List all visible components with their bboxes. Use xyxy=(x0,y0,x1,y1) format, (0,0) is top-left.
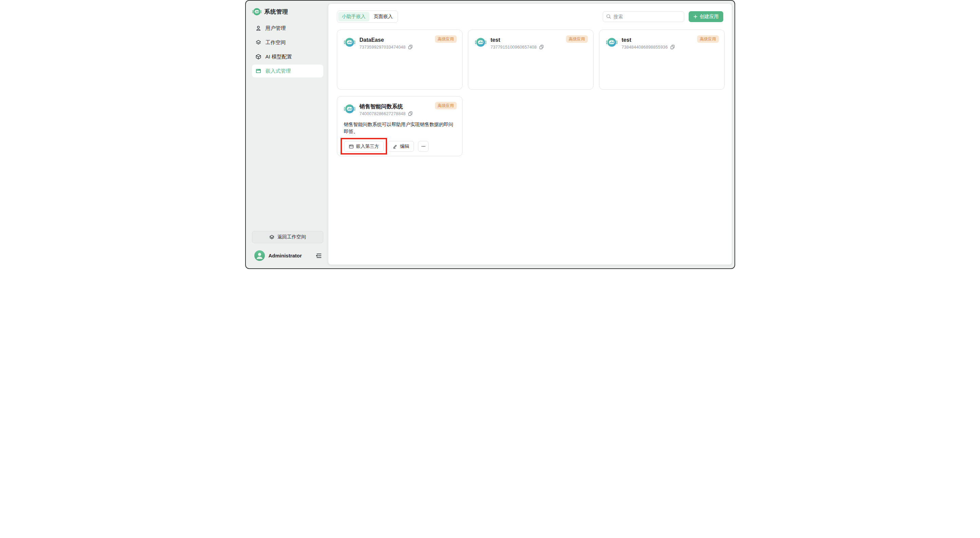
edit-icon xyxy=(393,144,398,149)
app-card-title: DataEase xyxy=(360,37,413,43)
highlighted-button-wrapper: 嵌入第三方 xyxy=(344,141,384,152)
edit-button[interactable]: 编辑 xyxy=(388,141,414,152)
tab-assistant-embed[interactable]: 小助手嵌入 xyxy=(338,12,369,21)
app-title: 系统管理 xyxy=(264,8,288,16)
app-logo-row: 系统管理 xyxy=(246,1,328,16)
ellipsis-icon xyxy=(421,144,426,149)
app-card-title: test xyxy=(622,37,675,43)
sidebar-item-user-management[interactable]: 用户管理 xyxy=(252,22,323,35)
app-level-badge: 高级应用 xyxy=(697,35,719,43)
sidebar-item-label: AI 模型配置 xyxy=(266,54,292,60)
app-avatar-icon xyxy=(606,37,617,48)
more-actions-button[interactable] xyxy=(418,141,428,152)
back-to-workspace-label: 返回工作空间 xyxy=(277,234,306,240)
edit-label: 编辑 xyxy=(400,143,409,150)
user-menu[interactable]: Administrator xyxy=(252,250,323,261)
create-app-button[interactable]: 创建应用 xyxy=(689,11,723,22)
toolbar-right: 创建应用 xyxy=(603,11,723,22)
sidebar-item-label: 工作空间 xyxy=(266,40,286,46)
copy-icon[interactable] xyxy=(670,45,675,49)
sidebar-bottom: 返回工作空间 Administrator xyxy=(246,231,328,268)
window-icon xyxy=(255,68,261,74)
layers-icon xyxy=(255,40,261,46)
app-card-dataease[interactable]: DataEase 7373599297033474048 高级应用 xyxy=(337,30,463,90)
sidebar-item-embedded-management[interactable]: 嵌入式管理 xyxy=(252,65,323,78)
collapse-sidebar-icon[interactable] xyxy=(315,251,323,260)
search-box xyxy=(603,11,684,22)
app-card-sales-qa-system[interactable]: 销售智能问数系统 7400078286627278848 高级应用 xyxy=(337,96,463,156)
copy-icon[interactable] xyxy=(408,45,413,49)
app-id: 7384844086898855936 xyxy=(622,45,668,49)
app-card-grid: DataEase 7373599297033474048 高级应用 xyxy=(328,23,732,156)
app-description: 销售智能问数系统可以帮助用户实现销售数据的即问即答。 xyxy=(344,121,455,135)
app-level-badge: 高级应用 xyxy=(566,35,588,43)
window-icon xyxy=(349,144,354,149)
copy-icon[interactable] xyxy=(539,45,544,49)
sidebar-nav: 用户管理 工作空间 AI 模型配置 xyxy=(252,22,323,78)
app-id: 7400078286627278848 xyxy=(360,111,406,116)
app-level-badge: 高级应用 xyxy=(435,102,457,109)
search-input[interactable] xyxy=(603,11,684,22)
app-card-test-2[interactable]: test 7384844086898855936 高级应用 xyxy=(599,30,725,90)
plus-icon xyxy=(693,14,698,19)
main-panel: 小助手嵌入 页面嵌入 xyxy=(328,3,732,265)
embed-type-tabs: 小助手嵌入 页面嵌入 xyxy=(337,11,398,23)
app-card-test-1[interactable]: test 7377915100960657408 高级应用 xyxy=(468,30,593,90)
sidebar: 系统管理 用户管理 工作空间 xyxy=(246,1,328,268)
copy-icon[interactable] xyxy=(408,111,413,116)
app-avatar-icon xyxy=(344,37,355,48)
create-app-label: 创建应用 xyxy=(700,14,719,20)
cube-icon xyxy=(255,54,261,60)
app-id: 7377915100960657408 xyxy=(491,45,537,49)
user-name: Administrator xyxy=(269,253,302,258)
back-to-workspace-button[interactable]: 返回工作空间 xyxy=(252,231,323,243)
embed-third-party-button[interactable]: 嵌入第三方 xyxy=(344,141,384,152)
app-card-title: test xyxy=(491,37,544,43)
sidebar-item-label: 嵌入式管理 xyxy=(266,68,291,74)
app-window: 系统管理 用户管理 工作空间 xyxy=(245,0,735,269)
avatar xyxy=(255,250,265,261)
app-avatar-icon xyxy=(475,37,486,48)
app-level-badge: 高级应用 xyxy=(435,35,457,43)
user-icon xyxy=(255,25,261,31)
sidebar-item-ai-model-config[interactable]: AI 模型配置 xyxy=(252,50,323,63)
toolbar: 小助手嵌入 页面嵌入 xyxy=(328,4,732,23)
app-id: 7373599297033474048 xyxy=(360,45,406,49)
embed-third-party-label: 嵌入第三方 xyxy=(356,143,379,150)
sidebar-item-workspace[interactable]: 工作空间 xyxy=(252,36,323,49)
app-card-title: 销售智能问数系统 xyxy=(360,103,413,110)
tab-page-embed[interactable]: 页面嵌入 xyxy=(370,12,397,21)
sidebar-item-label: 用户管理 xyxy=(266,25,286,32)
app-card-actions: 嵌入第三方 编辑 xyxy=(344,141,455,152)
layers-icon xyxy=(269,234,275,240)
robot-logo-icon xyxy=(252,7,261,16)
app-avatar-icon xyxy=(344,103,355,115)
